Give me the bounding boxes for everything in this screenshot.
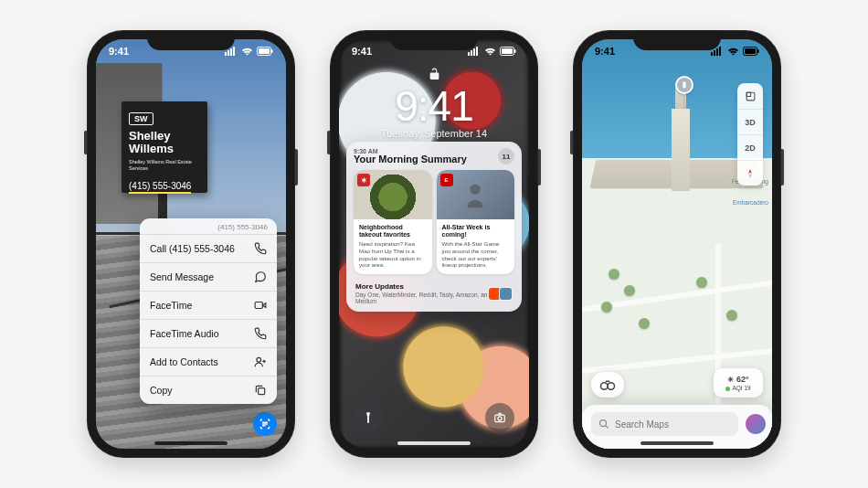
phone-icon [254, 242, 267, 255]
search-input[interactable] [615, 419, 731, 430]
notch [147, 30, 235, 50]
svg-point-17 [471, 185, 481, 195]
svg-rect-10 [468, 52, 470, 56]
svg-point-32 [600, 420, 607, 427]
status-time: 9:41 [595, 46, 615, 57]
phone-maps: Ferry Building Embarcadero 9:41 3D 2D [573, 30, 781, 458]
svg-rect-5 [259, 48, 270, 54]
notification-summary-card[interactable]: 9:30 AM Your Morning Summary 11 ✶ Neighb… [346, 142, 522, 312]
svg-rect-2 [230, 48, 232, 56]
svg-rect-3 [233, 47, 235, 56]
look-around-button[interactable] [591, 372, 624, 398]
svg-point-31 [608, 383, 615, 390]
lock-time: 9:41 [339, 85, 529, 127]
video-icon [254, 299, 267, 312]
phone-live-text: SW Shelley Willems Shelley Willems Real … [87, 30, 295, 458]
svg-rect-22 [714, 50, 715, 56]
card-image-food: ✶ [354, 170, 432, 219]
svg-point-30 [601, 383, 609, 390]
card-text: Need inspiration? Kea Mao from Up Thai i… [359, 240, 427, 269]
svg-rect-11 [471, 50, 472, 56]
flashlight-button[interactable] [354, 403, 383, 432]
notch [390, 30, 478, 50]
svg-rect-6 [271, 49, 273, 53]
menu-item-facetime[interactable]: FaceTime [140, 291, 277, 319]
menu-label: Send Message [150, 271, 214, 282]
map-mode-button[interactable] [737, 83, 763, 109]
menu-label: Call (415) 555-3046 [150, 243, 235, 254]
svg-point-8 [257, 357, 261, 362]
weather-widget[interactable]: ☀ 62° AQI 19 [714, 368, 763, 398]
map-2d-button[interactable]: 2D [737, 134, 763, 160]
more-updates-text: Day One, WaterMinder, Reddit, Tasty, Ama… [355, 292, 491, 304]
search-icon [598, 419, 609, 430]
menu-label: Copy [150, 385, 173, 396]
more-updates-row[interactable]: More Updates Day One, WaterMinder, Reddi… [354, 281, 514, 304]
menu-label: Add to Contacts [150, 356, 218, 367]
svg-rect-12 [473, 48, 475, 56]
svg-rect-9 [259, 388, 265, 395]
summary-item-2[interactable]: E All-Star Week is coming! With the All-… [437, 170, 515, 274]
svg-rect-24 [719, 47, 721, 56]
summary-item-1[interactable]: ✶ Neighborhood takeout favorites Need in… [354, 170, 432, 274]
summary-count-badge: 11 [498, 148, 514, 164]
svg-rect-27 [757, 49, 759, 53]
menu-item-call[interactable]: Call (415) 555-3046 [140, 234, 277, 262]
more-updates-title: More Updates [355, 282, 491, 291]
svg-point-19 [498, 417, 502, 420]
yelp-icon: ✶ [357, 174, 370, 186]
status-icons [468, 47, 516, 56]
menu-item-add-contacts[interactable]: Add to Contacts [140, 347, 277, 376]
map-label-embarcadero: Embarcadero [733, 199, 768, 206]
copy-icon [254, 384, 267, 397]
svg-rect-26 [745, 48, 756, 54]
menu-label: FaceTime [150, 300, 192, 311]
svg-rect-18 [495, 415, 505, 422]
svg-rect-1 [228, 50, 229, 56]
search-field[interactable] [591, 412, 738, 436]
sign-name: Shelley Willems [129, 130, 200, 156]
card-text: With the All-Star Game just around the c… [442, 240, 510, 269]
phone-lock-screen: 9:41 9:41 Tuesday, September 14 9:30 AM … [330, 30, 538, 458]
compass-button[interactable] [737, 160, 763, 186]
screen-2: 9:41 9:41 Tuesday, September 14 9:30 AM … [339, 39, 529, 449]
camera-button[interactable] [485, 403, 514, 432]
card-title: Neighborhood takeout favorites [359, 224, 427, 239]
espn-icon: E [440, 174, 453, 186]
menu-item-facetime-audio[interactable]: FaceTime Audio [140, 319, 277, 347]
status-time: 9:41 [352, 46, 372, 57]
app-icon [499, 287, 513, 301]
context-menu-header: (415) 555-3046 [140, 218, 277, 234]
svg-rect-16 [514, 49, 516, 53]
unlock-icon [339, 67, 529, 83]
phone-icon [254, 327, 267, 340]
real-estate-sign: SW Shelley Willems Shelley Willems Real … [122, 101, 207, 193]
svg-rect-0 [225, 52, 227, 56]
live-text-button[interactable] [253, 412, 277, 436]
profile-avatar[interactable] [746, 414, 766, 434]
menu-label: FaceTime Audio [150, 328, 218, 339]
status-icons [225, 47, 273, 56]
map-3d-button[interactable]: 3D [737, 109, 763, 134]
lock-date: Tuesday, September 14 [339, 128, 529, 139]
screen-3: Ferry Building Embarcadero 9:41 3D 2D [582, 39, 772, 449]
home-indicator[interactable] [397, 441, 471, 445]
lock-screen-header: 9:41 Tuesday, September 14 [339, 67, 529, 139]
status-icons [711, 47, 759, 56]
weather-aqi: AQI 19 [732, 385, 750, 391]
add-contact-icon [254, 355, 267, 368]
weather-temp: 62° [736, 375, 749, 384]
home-indicator[interactable] [154, 441, 228, 445]
context-menu: (415) 555-3046 Call (415) 555-3046 Send … [140, 218, 277, 404]
svg-rect-20 [683, 82, 685, 89]
menu-item-message[interactable]: Send Message [140, 262, 277, 291]
status-time: 9:41 [109, 46, 129, 57]
screen-1: SW Shelley Willems Shelley Willems Real … [96, 39, 286, 449]
ferry-building-tower [672, 109, 690, 191]
svg-rect-15 [502, 48, 513, 54]
more-updates-icons [491, 287, 513, 301]
menu-item-copy[interactable]: Copy [140, 376, 277, 404]
sign-phone-number[interactable]: (415) 555-3046 [129, 181, 191, 194]
svg-rect-7 [255, 302, 262, 309]
home-indicator[interactable] [640, 441, 714, 445]
